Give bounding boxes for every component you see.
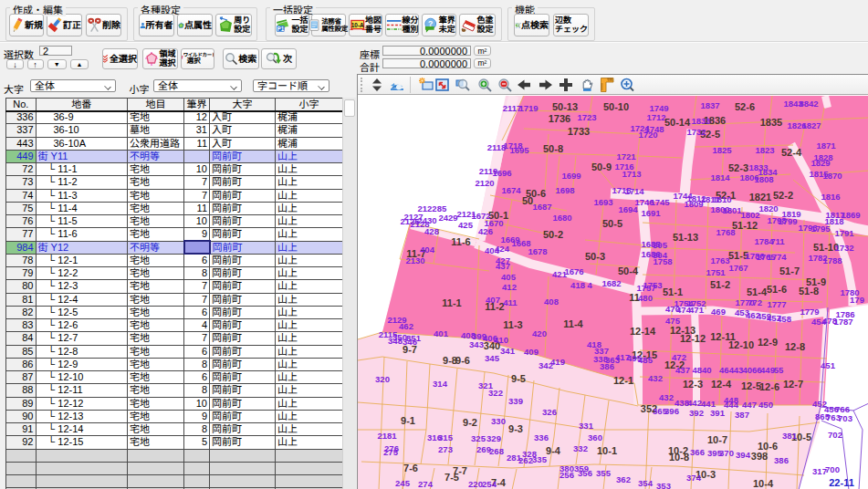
svg-text:1870: 1870 xyxy=(822,171,842,181)
svg-text:1712: 1712 xyxy=(646,112,665,122)
svg-text:1691: 1691 xyxy=(641,208,661,218)
svg-text:412: 412 xyxy=(502,282,517,292)
svg-text:1714: 1714 xyxy=(624,186,644,196)
svg-text:9-1: 9-1 xyxy=(401,415,415,426)
svg-text:1777: 1777 xyxy=(767,299,786,309)
svg-text:1696: 1696 xyxy=(492,168,511,178)
svg-text:50-2: 50-2 xyxy=(543,229,563,240)
svg-text:322: 322 xyxy=(488,388,503,398)
svg-text:52-6: 52-6 xyxy=(735,101,755,112)
svg-text:1670: 1670 xyxy=(484,218,503,228)
svg-text:P4: P4 xyxy=(516,22,518,24)
svg-text:55: 55 xyxy=(774,365,784,375)
svg-text:425: 425 xyxy=(458,220,474,230)
svg-text:703: 703 xyxy=(838,413,852,423)
svg-text:1753: 1753 xyxy=(643,280,662,290)
svg-text:407: 407 xyxy=(486,295,500,305)
svg-text:274: 274 xyxy=(418,479,434,489)
svg-text:1821: 1821 xyxy=(749,192,771,203)
svg-text:700: 700 xyxy=(825,464,840,474)
svg-text:1745: 1745 xyxy=(650,197,670,207)
svg-text:10-1: 10-1 xyxy=(597,445,617,456)
svg-text:1795: 1795 xyxy=(810,224,831,234)
svg-text:346: 346 xyxy=(403,337,417,347)
svg-text:50-4: 50-4 xyxy=(618,265,639,276)
svg-text:1693: 1693 xyxy=(593,197,612,207)
svg-text:273: 273 xyxy=(438,444,453,454)
svg-text:51-12: 51-12 xyxy=(732,220,758,231)
svg-text:2429: 2429 xyxy=(438,213,457,223)
svg-text:387: 387 xyxy=(735,410,749,420)
svg-text:396: 396 xyxy=(664,406,679,416)
svg-text:404: 404 xyxy=(485,245,500,255)
svg-text:348: 348 xyxy=(388,336,403,346)
svg-text:281: 281 xyxy=(507,453,522,463)
svg-text:331: 331 xyxy=(579,421,594,431)
svg-text:12-3: 12-3 xyxy=(683,379,703,390)
svg-text:411: 411 xyxy=(503,297,518,307)
svg-text:1791: 1791 xyxy=(834,228,854,238)
svg-text:1823: 1823 xyxy=(755,145,774,155)
svg-text:458: 458 xyxy=(777,314,791,324)
svg-text:329: 329 xyxy=(486,433,501,443)
svg-text:12-14: 12-14 xyxy=(630,326,656,337)
svg-text:341: 341 xyxy=(500,346,516,356)
svg-text:52-2: 52-2 xyxy=(773,190,793,201)
svg-text:51-6: 51-6 xyxy=(767,284,787,295)
svg-text:8842: 8842 xyxy=(799,99,818,109)
svg-text:401: 401 xyxy=(434,328,449,338)
svg-text:11-1: 11-1 xyxy=(442,297,461,308)
svg-text:12-9: 12-9 xyxy=(758,337,778,348)
svg-text:1763: 1763 xyxy=(710,255,729,265)
svg-text:485: 485 xyxy=(638,355,654,365)
svg-text:326: 326 xyxy=(542,407,557,417)
svg-text:449: 449 xyxy=(760,365,775,375)
svg-text:711: 711 xyxy=(770,236,785,246)
svg-text:1829: 1829 xyxy=(810,158,830,168)
svg-text:1751: 1751 xyxy=(706,267,726,277)
svg-text:1788: 1788 xyxy=(822,255,842,265)
svg-text:50-9: 50-9 xyxy=(591,161,612,172)
svg-text:336: 336 xyxy=(534,432,549,442)
svg-text:478: 478 xyxy=(822,316,837,326)
svg-text:9-4: 9-4 xyxy=(546,445,561,456)
svg-text:330: 330 xyxy=(491,416,506,426)
svg-text:1799: 1799 xyxy=(778,216,797,226)
svg-text:1767: 1767 xyxy=(728,263,748,273)
svg-text:51-13: 51-13 xyxy=(673,232,698,243)
svg-text:1713: 1713 xyxy=(622,169,641,179)
svg-text:12-6: 12-6 xyxy=(759,381,779,392)
svg-text:1758: 1758 xyxy=(653,256,672,266)
svg-text:10-7: 10-7 xyxy=(707,434,727,445)
svg-text:9-6: 9-6 xyxy=(455,355,470,366)
svg-text:342: 342 xyxy=(539,360,553,370)
svg-text:268: 268 xyxy=(489,446,504,456)
svg-text:1698: 1698 xyxy=(555,185,574,195)
svg-text:1695: 1695 xyxy=(509,145,529,155)
svg-text:442: 442 xyxy=(687,398,702,408)
svg-text:447: 447 xyxy=(742,400,757,410)
svg-text:1825: 1825 xyxy=(712,145,732,155)
svg-text:7-5: 7-5 xyxy=(444,472,459,483)
svg-text:464: 464 xyxy=(719,365,735,375)
svg-text:51-8: 51-8 xyxy=(799,286,819,297)
svg-text:12-1: 12-1 xyxy=(613,375,633,386)
svg-text:420: 420 xyxy=(532,328,547,338)
svg-text:1809: 1809 xyxy=(684,199,703,209)
svg-text:328: 328 xyxy=(522,449,537,459)
svg-text:4840: 4840 xyxy=(692,365,711,375)
svg-text:444: 444 xyxy=(724,400,739,410)
svg-text:432: 432 xyxy=(648,373,663,383)
svg-text:9-2: 9-2 xyxy=(463,417,477,428)
svg-text:1723: 1723 xyxy=(577,112,596,122)
svg-text:380: 380 xyxy=(559,463,574,473)
svg-text:418: 418 xyxy=(587,339,601,349)
svg-text:51-2: 51-2 xyxy=(710,279,730,290)
svg-text:450: 450 xyxy=(758,400,773,410)
svg-text:1835: 1835 xyxy=(760,117,782,128)
svg-text:1736: 1736 xyxy=(549,113,570,124)
svg-text:1820: 1820 xyxy=(758,203,778,213)
svg-text:772: 772 xyxy=(748,297,762,307)
svg-text:1674: 1674 xyxy=(501,185,521,195)
svg-text:1680: 1680 xyxy=(552,213,571,223)
